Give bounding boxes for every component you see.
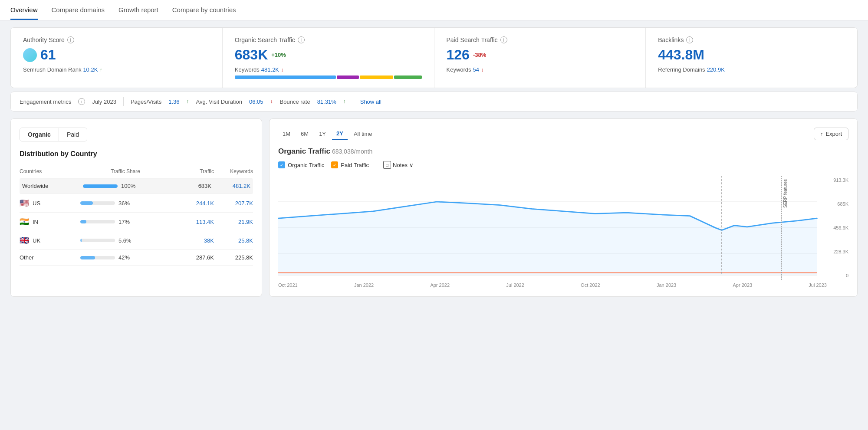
notes-icon: □ <box>383 161 391 169</box>
kw-seg-blue <box>235 75 336 79</box>
nav-growth-report[interactable]: Growth report <box>118 0 158 20</box>
time-controls: 1M 6M 1Y 2Y All time ↑ Export <box>278 128 848 140</box>
main-content: Authority Score i 61 Semrush Domain Rank… <box>0 20 868 304</box>
engagement-info-icon[interactable]: i <box>78 98 85 105</box>
bar-uk: 5.6% <box>80 237 171 244</box>
country-india: 🇮🇳 IN <box>20 217 80 226</box>
time-btn-2y[interactable]: 2Y <box>332 128 348 140</box>
bounce-rate-value: 81.31% <box>317 98 336 105</box>
pages-visits-label: Pages/Visits <box>131 98 161 105</box>
col-countries: Countries <box>20 168 80 174</box>
bounce-rate-label: Bounce rate <box>280 98 310 105</box>
kw-seg-green <box>394 75 422 79</box>
tab-organic[interactable]: Organic <box>20 128 59 141</box>
distribution-panel: Organic Paid Distribution by Country Cou… <box>10 118 262 297</box>
engagement-label: Engagement metrics <box>20 98 71 105</box>
authority-score-value: 61 <box>23 47 210 63</box>
bounce-rate-arrow: ↑ <box>343 98 346 105</box>
organic-search-info-icon[interactable]: i <box>298 36 305 43</box>
paid-keywords-arrow: ↓ <box>481 67 483 73</box>
organic-search-card: Organic Search Traffic i 683K +10% Keywo… <box>223 28 434 88</box>
paid-search-card: Paid Search Traffic i 126 -38% Keywords … <box>434 28 646 88</box>
pages-visits-arrow: ↑ <box>187 98 189 105</box>
bar-india: 17% <box>80 219 171 225</box>
chart-area: 913.3K 685K 456.6K 228.3K 0 SERP feature… <box>278 176 848 280</box>
country-us: 🇺🇸 US <box>20 198 80 208</box>
keywords-bar <box>235 75 422 79</box>
organic-checkbox[interactable]: ✓ <box>278 161 285 168</box>
pages-visits-value: 1.36 <box>168 98 179 105</box>
kw-seg-purple <box>337 75 359 79</box>
table-row: 🇮🇳 IN 17% 113.4K 21.9K <box>20 213 253 231</box>
bar-worldwide: 100% <box>83 183 168 189</box>
time-btn-1y[interactable]: 1Y <box>315 128 330 139</box>
backlinks-card: Backlinks i 443.8M Referring Domains 220… <box>646 28 857 88</box>
legend-paid: ✓ Paid Traffic <box>331 161 369 168</box>
organic-search-label: Organic Search Traffic i <box>235 36 422 43</box>
organic-search-value: 683K +10% <box>235 47 422 63</box>
authority-rank-arrow: ↑ <box>99 67 102 73</box>
bar-us: 36% <box>80 200 171 207</box>
paid-search-value: 126 -38% <box>447 47 634 63</box>
chart-title: Organic Traffic 683,038/month <box>278 147 848 156</box>
export-button[interactable]: ↑ Export <box>814 128 848 140</box>
backlinks-label: Backlinks i <box>658 36 845 43</box>
time-btn-6m[interactable]: 6M <box>296 128 313 139</box>
nav-compare-domains[interactable]: Compare domains <box>52 0 105 20</box>
table-row: Worldwide 100% 683K 481.2K <box>20 178 253 194</box>
table-row: 🇬🇧 UK 5.6% 38K 25.8K <box>20 231 253 250</box>
nav-overview[interactable]: Overview <box>10 0 38 20</box>
avg-duration-value: 06:05 <box>249 98 263 105</box>
kw-seg-yellow <box>360 75 393 79</box>
x-axis-labels: Oct 2021 Jan 2022 Apr 2022 Jul 2022 Oct … <box>278 282 848 288</box>
metrics-row: Authority Score i 61 Semrush Domain Rank… <box>10 27 858 88</box>
col-traffic: Traffic <box>171 168 214 174</box>
show-all-link[interactable]: Show all <box>360 98 381 105</box>
backlinks-value: 443.8M <box>658 47 845 63</box>
paid-search-keywords: Keywords 54 ↓ <box>447 66 634 73</box>
authority-score-card: Authority Score i 61 Semrush Domain Rank… <box>11 28 223 88</box>
engagement-row: Engagement metrics i July 2023 Pages/Vis… <box>10 92 858 112</box>
legend-organic: ✓ Organic Traffic <box>278 161 324 168</box>
paid-search-info-icon[interactable]: i <box>500 36 507 43</box>
table-row: Other 42% 287.6K 225.8K <box>20 250 253 266</box>
col-keywords: Keywords <box>214 168 253 174</box>
svg-marker-5 <box>278 202 817 275</box>
country-worldwide: Worldwide <box>22 183 83 189</box>
bottom-section: Organic Paid Distribution by Country Cou… <box>10 118 858 297</box>
backlinks-info-icon[interactable]: i <box>686 36 693 43</box>
country-uk: 🇬🇧 UK <box>20 236 80 245</box>
engagement-date: July 2023 <box>92 98 116 105</box>
export-icon: ↑ <box>820 131 823 137</box>
tab-paid[interactable]: Paid <box>59 128 87 141</box>
organic-paid-tabs: Organic Paid <box>20 128 87 141</box>
organic-search-keywords: Keywords 481.2K ↓ <box>235 66 422 73</box>
time-btn-1m[interactable]: 1M <box>278 128 295 139</box>
avg-duration-arrow: ↓ <box>270 98 273 105</box>
authority-score-icon <box>23 48 37 62</box>
col-traffic-share: Traffic Share <box>80 168 171 174</box>
notes-button[interactable]: □ Notes ∨ <box>383 161 414 169</box>
time-btn-alltime[interactable]: All time <box>349 128 377 139</box>
y-axis-labels: 913.3K 685K 456.6K 228.3K 0 <box>827 176 848 280</box>
nav-compare-countries[interactable]: Compare by countries <box>172 0 236 20</box>
chart-legend: ✓ Organic Traffic ✓ Paid Traffic □ Notes… <box>278 161 848 169</box>
serp-line: SERP features <box>781 176 788 280</box>
authority-score-sub: Semrush Domain Rank 10.2K ↑ <box>23 66 210 73</box>
paid-checkbox[interactable]: ✓ <box>331 161 338 168</box>
authority-score-info-icon[interactable]: i <box>67 36 74 43</box>
table-header: Countries Traffic Share Traffic Keywords <box>20 165 253 178</box>
chart-panel: 1M 6M 1Y 2Y All time ↑ Export Organic Tr… <box>269 118 858 297</box>
paid-search-label: Paid Search Traffic i <box>447 36 634 43</box>
top-navigation: Overview Compare domains Growth report C… <box>0 0 868 20</box>
distribution-title: Distribution by Country <box>20 150 253 158</box>
authority-score-label: Authority Score i <box>23 36 210 43</box>
traffic-chart <box>278 176 848 280</box>
bar-other: 42% <box>80 254 171 261</box>
serp-label: SERP features <box>783 179 788 208</box>
legend-divider <box>376 161 376 168</box>
avg-duration-label: Avg. Visit Duration <box>196 98 242 105</box>
keywords-arrow: ↓ <box>281 67 283 73</box>
engagement-divider2 <box>353 97 353 106</box>
table-row: 🇺🇸 US 36% 244.1K 207.7K <box>20 194 253 213</box>
